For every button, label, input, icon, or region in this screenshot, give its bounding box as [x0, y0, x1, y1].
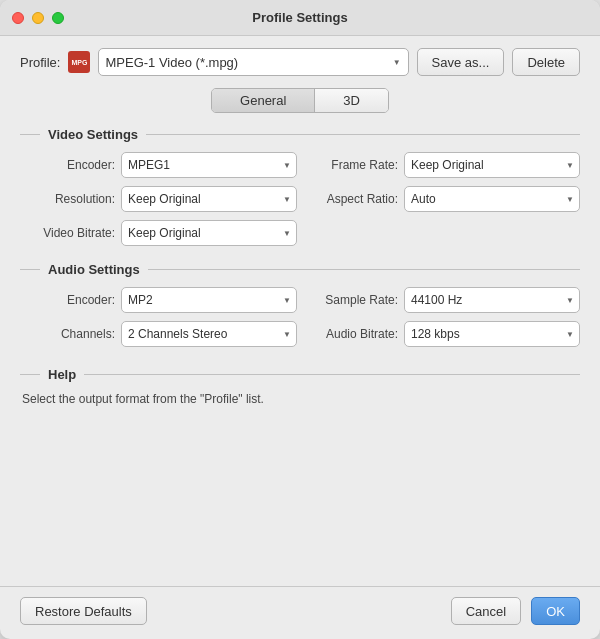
- channels-label: Channels:: [30, 327, 115, 341]
- aspect-ratio-field: Aspect Ratio: Auto 4:3 16:9: [313, 186, 580, 212]
- help-line-right: [84, 374, 580, 375]
- channels-select[interactable]: 2 Channels Stereo 1 Channel Mono 6 Chann…: [121, 321, 297, 347]
- audio-bitrate-select[interactable]: 128 kbps 64 kbps 192 kbps 256 kbps: [404, 321, 580, 347]
- audio-bitrate-select-wrapper: 128 kbps 64 kbps 192 kbps 256 kbps: [404, 321, 580, 347]
- frame-rate-label: Frame Rate:: [313, 158, 398, 172]
- video-settings-header: Video Settings: [20, 127, 580, 142]
- help-title: Help: [48, 367, 76, 382]
- help-text: Select the output format from the "Profi…: [20, 392, 580, 406]
- sample-rate-label: Sample Rate:: [313, 293, 398, 307]
- aspect-ratio-select[interactable]: Auto 4:3 16:9: [404, 186, 580, 212]
- footer-right-buttons: Cancel OK: [451, 597, 580, 625]
- maximize-button[interactable]: [52, 12, 64, 24]
- video-settings-section: Video Settings Encoder: MPEG1 MPEG2 MPEG…: [20, 127, 580, 246]
- help-line-left: [20, 374, 40, 375]
- help-section: Help Select the output format from the "…: [20, 367, 580, 574]
- section-line-left: [20, 134, 40, 135]
- encoder-select[interactable]: MPEG1 MPEG2 MPEG4 H.264: [121, 152, 297, 178]
- cancel-button[interactable]: Cancel: [451, 597, 521, 625]
- sample-rate-select[interactable]: 44100 Hz 22050 Hz 48000 Hz: [404, 287, 580, 313]
- content-area: Profile: MPG MPEG-1 Video (*.mpg) Save a…: [0, 36, 600, 586]
- tab-general[interactable]: General: [212, 89, 315, 112]
- help-header: Help: [20, 367, 580, 382]
- frame-rate-select[interactable]: Keep Original 24 fps 25 fps 30 fps: [404, 152, 580, 178]
- delete-button[interactable]: Delete: [512, 48, 580, 76]
- resolution-select[interactable]: Keep Original 640x480 1280x720: [121, 186, 297, 212]
- video-settings-grid: Encoder: MPEG1 MPEG2 MPEG4 H.264 Frame R…: [20, 152, 580, 246]
- minimize-button[interactable]: [32, 12, 44, 24]
- audio-bitrate-field: Audio Bitrate: 128 kbps 64 kbps 192 kbps…: [313, 321, 580, 347]
- video-bitrate-select-wrapper: Keep Original 500 kbps 1000 kbps 2000 kb…: [121, 220, 297, 246]
- video-settings-title: Video Settings: [48, 127, 138, 142]
- sample-rate-select-wrapper: 44100 Hz 22050 Hz 48000 Hz: [404, 287, 580, 313]
- encoder-select-wrapper: MPEG1 MPEG2 MPEG4 H.264: [121, 152, 297, 178]
- audio-settings-section: Audio Settings Encoder: MP2 MP3 AAC: [20, 262, 580, 347]
- title-bar: Profile Settings: [0, 0, 600, 36]
- resolution-label: Resolution:: [30, 192, 115, 206]
- video-bitrate-select[interactable]: Keep Original 500 kbps 1000 kbps 2000 kb…: [121, 220, 297, 246]
- aspect-ratio-select-wrapper: Auto 4:3 16:9: [404, 186, 580, 212]
- tabs-container: General 3D: [20, 88, 580, 113]
- empty-cell: [313, 220, 580, 246]
- channels-field: Channels: 2 Channels Stereo 1 Channel Mo…: [30, 321, 297, 347]
- channels-select-wrapper: 2 Channels Stereo 1 Channel Mono 6 Chann…: [121, 321, 297, 347]
- video-bitrate-label: Video Bitrate:: [30, 226, 115, 240]
- audio-encoder-label: Encoder:: [30, 293, 115, 307]
- footer: Restore Defaults Cancel OK: [0, 586, 600, 639]
- audio-section-line-left: [20, 269, 40, 270]
- resolution-field: Resolution: Keep Original 640x480 1280x7…: [30, 186, 297, 212]
- profile-label: Profile:: [20, 55, 60, 70]
- audio-encoder-field: Encoder: MP2 MP3 AAC: [30, 287, 297, 313]
- audio-encoder-select[interactable]: MP2 MP3 AAC: [121, 287, 297, 313]
- sample-rate-field: Sample Rate: 44100 Hz 22050 Hz 48000 Hz: [313, 287, 580, 313]
- frame-rate-select-wrapper: Keep Original 24 fps 25 fps 30 fps: [404, 152, 580, 178]
- profile-icon: MPG: [68, 51, 90, 73]
- encoder-field: Encoder: MPEG1 MPEG2 MPEG4 H.264: [30, 152, 297, 178]
- ok-button[interactable]: OK: [531, 597, 580, 625]
- aspect-ratio-label: Aspect Ratio:: [313, 192, 398, 206]
- traffic-lights: [12, 12, 64, 24]
- audio-encoder-select-wrapper: MP2 MP3 AAC: [121, 287, 297, 313]
- audio-bitrate-label: Audio Bitrate:: [313, 327, 398, 341]
- audio-settings-title: Audio Settings: [48, 262, 140, 277]
- profile-dropdown-wrapper: MPEG-1 Video (*.mpg): [98, 48, 408, 76]
- tab-3d[interactable]: 3D: [315, 89, 388, 112]
- section-line-right: [146, 134, 580, 135]
- window-title: Profile Settings: [252, 10, 347, 25]
- restore-defaults-button[interactable]: Restore Defaults: [20, 597, 147, 625]
- encoder-label: Encoder:: [30, 158, 115, 172]
- video-bitrate-field: Video Bitrate: Keep Original 500 kbps 10…: [30, 220, 297, 246]
- tab-group: General 3D: [211, 88, 389, 113]
- profile-settings-window: Profile Settings Profile: MPG MPEG-1 Vid…: [0, 0, 600, 639]
- audio-section-line-right: [148, 269, 580, 270]
- profile-row: Profile: MPG MPEG-1 Video (*.mpg) Save a…: [20, 48, 580, 76]
- resolution-select-wrapper: Keep Original 640x480 1280x720: [121, 186, 297, 212]
- save-as-button[interactable]: Save as...: [417, 48, 505, 76]
- frame-rate-field: Frame Rate: Keep Original 24 fps 25 fps …: [313, 152, 580, 178]
- audio-settings-grid: Encoder: MP2 MP3 AAC Sample Rate: 44100 …: [20, 287, 580, 347]
- profile-select[interactable]: MPEG-1 Video (*.mpg): [98, 48, 408, 76]
- audio-settings-header: Audio Settings: [20, 262, 580, 277]
- close-button[interactable]: [12, 12, 24, 24]
